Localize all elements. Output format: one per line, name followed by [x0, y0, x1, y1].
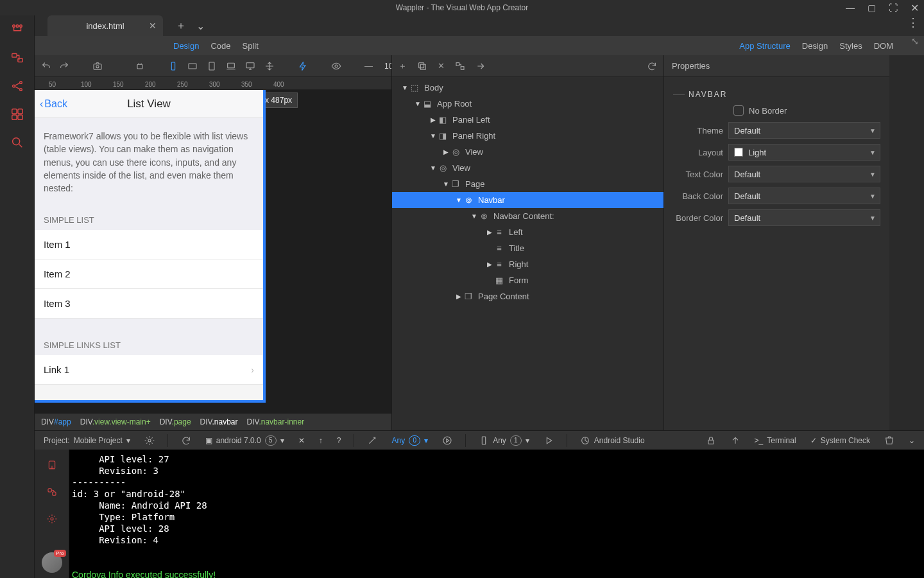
target-platform[interactable]: ▣ android 7.0.0 5 ▾ — [203, 435, 287, 446]
redo-icon[interactable] — [59, 61, 69, 71]
panel-tab-dom[interactable]: DOM — [874, 41, 893, 51]
close-button[interactable]: ✕ — [908, 2, 921, 14]
any-emulator[interactable]: Any 0 ▾ — [389, 435, 431, 446]
minimize-button[interactable]: — — [843, 3, 857, 13]
zoom-out-icon[interactable]: — — [364, 61, 373, 71]
maximize-button[interactable]: ⛶ — [886, 3, 900, 13]
run-emulator-icon[interactable] — [440, 435, 455, 446]
device-laptop-icon[interactable] — [226, 61, 236, 71]
target-close-icon[interactable]: ✕ — [296, 436, 307, 445]
help-icon[interactable]: ? — [334, 436, 344, 445]
prop-field[interactable]: Default▼ — [728, 188, 880, 204]
new-tab-icon[interactable]: ＋ — [176, 19, 186, 33]
list-item[interactable]: Item 1 — [35, 230, 263, 259]
collapse-terminal-icon[interactable]: ⌄ — [906, 436, 918, 445]
add-node-icon[interactable]: ＋ — [398, 60, 407, 72]
device-preview[interactable]: ‹ Back List View Framework7 allows you t… — [35, 90, 266, 403]
tree-node-title[interactable]: ≡Title — [392, 240, 663, 256]
wand-icon[interactable] — [364, 435, 380, 446]
breadcrumb-item[interactable]: DIV.page — [160, 417, 191, 426]
view-tab-design[interactable]: Design — [173, 41, 199, 51]
more-menu-icon[interactable]: ⋮ — [907, 15, 919, 30]
android-icon[interactable] — [135, 61, 145, 71]
system-check-button[interactable]: ✓ System Check — [808, 436, 873, 445]
design-canvas[interactable]: 360px x 487px ‹ Back List View Framework… — [35, 90, 391, 414]
device-any[interactable]: Any 1 ▾ — [476, 435, 532, 446]
prop-field[interactable]: Light▼ — [728, 144, 880, 161]
user-avatar[interactable]: Pro — [42, 552, 62, 573]
device-desktop-icon[interactable] — [245, 61, 255, 71]
structure-tree[interactable]: ▼⬚Body▼⬓App Root▶◧Panel Left▼◨Panel Righ… — [392, 77, 663, 430]
tree-node-view[interactable]: ▶◎View — [392, 144, 663, 160]
panel-tab-app-structure[interactable]: App Structure — [739, 41, 791, 51]
connect-icon[interactable] — [43, 483, 61, 501]
share-icon[interactable] — [8, 77, 26, 95]
screenshot-icon[interactable] — [92, 61, 103, 71]
svg-rect-24 — [456, 62, 459, 66]
device-tablet-icon[interactable] — [207, 61, 217, 71]
project-selector[interactable]: Project: Mobile Project ▾ — [41, 436, 133, 445]
assets-icon[interactable] — [8, 105, 26, 123]
tree-node-right[interactable]: ▶≡Right — [392, 256, 663, 272]
clear-icon[interactable] — [882, 435, 897, 446]
run-device-icon[interactable] — [541, 435, 556, 446]
list-item[interactable]: Link 1› — [35, 355, 263, 385]
upload-icon[interactable]: ↑ — [316, 436, 325, 445]
lock-icon[interactable] — [703, 435, 719, 446]
tree-node-page-content[interactable]: ▶❐Page Content — [392, 288, 663, 304]
restore-button[interactable]: ▢ — [865, 3, 878, 13]
tab-index-html[interactable]: index.html ✕ — [47, 15, 163, 36]
tree-node-panel-right[interactable]: ▼◨Panel Right — [392, 128, 663, 144]
view-tab-code[interactable]: Code — [210, 41, 230, 51]
breadcrumb-item[interactable]: DIV.view.view-main+ — [80, 417, 151, 426]
target-label: android 7.0.0 — [216, 436, 261, 445]
tab-menu-icon[interactable]: ⌄ — [196, 20, 205, 32]
tree-node-app-root[interactable]: ▼⬓App Root — [392, 96, 663, 112]
sync-icon[interactable] — [178, 435, 194, 446]
duplicate-node-icon[interactable] — [417, 61, 427, 71]
close-tab-icon[interactable]: ✕ — [149, 21, 157, 31]
panel-tab-styles[interactable]: Styles — [839, 41, 862, 51]
list-item[interactable]: Item 3 — [35, 289, 263, 319]
refresh-tree-icon[interactable] — [647, 61, 657, 71]
android-studio-button[interactable]: Android Studio — [578, 435, 647, 446]
device-tablet-landscape-icon[interactable] — [187, 61, 198, 71]
no-border-checkbox[interactable]: No Border — [673, 105, 880, 116]
tree-node-body[interactable]: ▼⬚Body — [392, 80, 663, 96]
breadcrumb-item[interactable]: DIV.navbar-inner — [247, 417, 305, 426]
search-icon[interactable] — [8, 134, 26, 152]
lightning-icon[interactable] — [298, 61, 308, 71]
preview-back-link[interactable]: ‹ Back — [40, 98, 67, 110]
export-node-icon[interactable] — [475, 61, 486, 71]
tree-node-left[interactable]: ▶≡Left — [392, 224, 663, 240]
delete-node-icon[interactable]: ✕ — [438, 61, 445, 71]
tree-node-navbar-content-[interactable]: ▼⊚Navbar Content: — [392, 208, 663, 224]
prop-field[interactable]: Default▼ — [728, 209, 880, 226]
terminal-output[interactable]: API level: 27 Revision: 3 ---------- id:… — [69, 450, 924, 578]
breadcrumb-item[interactable]: DIV#app — [41, 417, 71, 426]
panel-tab-design[interactable]: Design — [802, 41, 828, 51]
preview-eye-icon[interactable] — [331, 61, 341, 71]
data-bindings-icon[interactable] — [8, 49, 26, 67]
device-phone-icon[interactable] — [168, 61, 178, 71]
tree-node-view[interactable]: ▼◎View — [392, 160, 663, 176]
terminal-settings-icon[interactable] — [43, 510, 61, 528]
view-tab-split[interactable]: Split — [243, 41, 259, 51]
collapse-panel-icon[interactable]: ⤡ — [911, 36, 919, 46]
publish-icon[interactable] — [728, 435, 743, 446]
list-item[interactable]: Item 2 — [35, 259, 263, 289]
undo-icon[interactable] — [41, 61, 51, 71]
breadcrumb-item[interactable]: DIV.navbar — [200, 417, 238, 426]
prop-field[interactable]: Default▼ — [728, 122, 880, 139]
prop-field[interactable]: Default▼ — [728, 166, 880, 182]
settings-icon[interactable] — [142, 435, 157, 446]
output-icon[interactable] — [43, 456, 61, 474]
tree-node-page[interactable]: ▼❐Page — [392, 176, 663, 192]
pages-icon[interactable] — [8, 21, 26, 39]
convert-node-icon[interactable] — [455, 61, 465, 71]
device-move-icon[interactable] — [264, 61, 275, 71]
terminal-button[interactable]: >_ Terminal — [752, 436, 799, 445]
tree-node-navbar[interactable]: ▼⊚Navbar — [392, 192, 663, 208]
tree-node-form[interactable]: ▦Form — [392, 272, 663, 288]
tree-node-panel-left[interactable]: ▶◧Panel Left — [392, 112, 663, 128]
